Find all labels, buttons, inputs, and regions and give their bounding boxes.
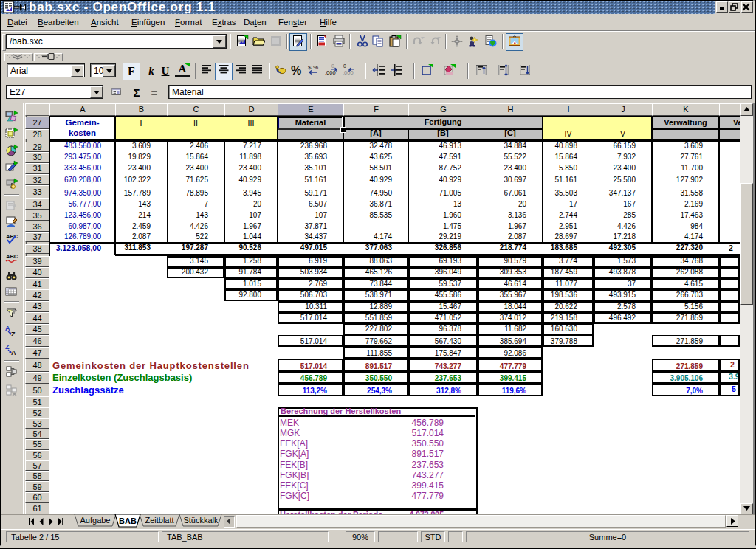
svg-text:.000: .000 xyxy=(343,69,354,76)
svg-text:ABC: ABC xyxy=(6,233,18,240)
svg-text:0: 0 xyxy=(343,63,346,69)
svg-text:Zeitblatt: Zeitblatt xyxy=(145,516,173,525)
svg-text:Stückkalk: Stückkalk xyxy=(183,516,219,525)
svg-text:0: 0 xyxy=(331,63,334,69)
svg-text:%: % xyxy=(291,64,301,77)
svg-text:BAB: BAB xyxy=(119,517,137,525)
svg-text:.000: .000 xyxy=(325,69,336,76)
svg-text:Z: Z xyxy=(5,343,10,351)
svg-text:A: A xyxy=(5,325,10,332)
svg-text:$: $ xyxy=(308,64,312,71)
svg-text:A: A xyxy=(11,349,16,356)
svg-text:Z: Z xyxy=(11,331,16,337)
svg-text:ABC: ABC xyxy=(6,253,18,260)
svg-text:Aufgabe: Aufgabe xyxy=(80,516,111,525)
svg-text:%: % xyxy=(313,64,318,71)
